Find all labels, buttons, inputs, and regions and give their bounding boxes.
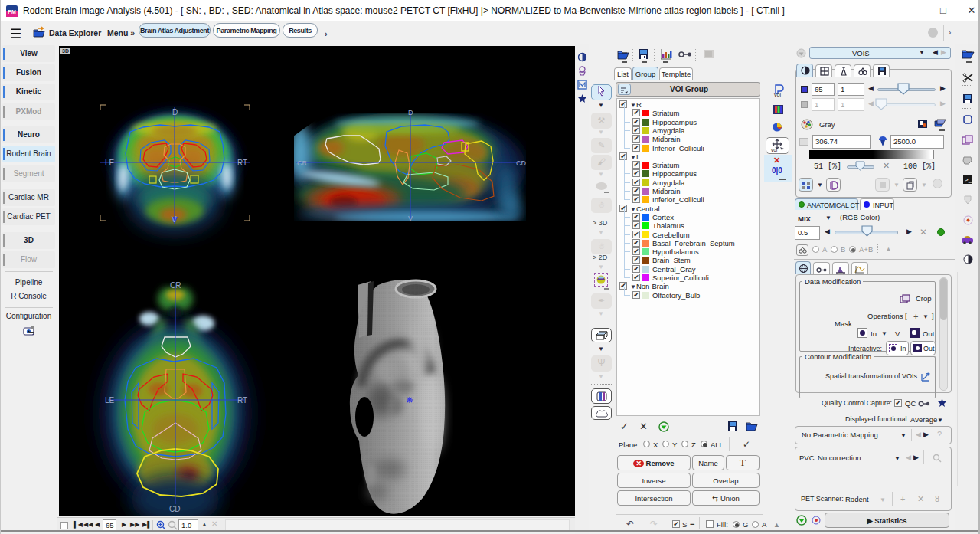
svg-text:RT: RT xyxy=(237,159,247,167)
svg-text:voi: voi xyxy=(771,147,777,152)
svg-text:LE: LE xyxy=(105,159,115,167)
svg-text:PM: PM xyxy=(8,9,16,15)
svg-text:CR: CR xyxy=(297,159,307,167)
svg-text:V: V xyxy=(408,215,413,222)
svg-text:D: D xyxy=(172,108,178,116)
svg-text:>_: >_ xyxy=(965,176,972,183)
svg-text:LE: LE xyxy=(105,396,115,405)
svg-text:RT: RT xyxy=(237,396,247,405)
svg-text:D: D xyxy=(408,109,413,116)
svg-text:CD: CD xyxy=(169,505,180,513)
svg-text:voi: voi xyxy=(774,92,781,97)
svg-text:V: V xyxy=(172,215,177,224)
svg-text:CR: CR xyxy=(170,281,181,290)
svg-text:CD: CD xyxy=(516,159,526,167)
